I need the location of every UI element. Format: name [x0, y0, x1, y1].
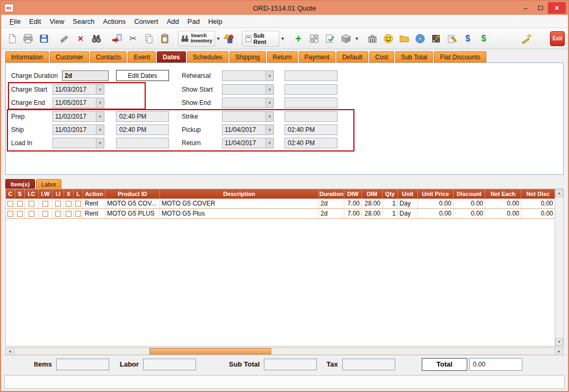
return-time-field[interactable]: 02:40 PM	[284, 138, 337, 148]
menu-convert[interactable]: Convert	[130, 16, 163, 26]
col-header-c[interactable]: C	[6, 189, 15, 199]
search-inventory-dropdown[interactable]: ▾	[216, 31, 221, 46]
rehearsal-date-combo[interactable]: ▾	[222, 70, 274, 81]
currency-exchange-button[interactable]: $	[460, 31, 475, 47]
scroll-down-arrow[interactable]: ▼	[555, 338, 563, 346]
col-header-s[interactable]: S	[15, 189, 25, 199]
row-checkbox[interactable]	[29, 211, 34, 217]
col-header-unit[interactable]: Unit	[398, 189, 418, 199]
col-header-product-id[interactable]: Product ID	[105, 189, 160, 199]
package-button[interactable]	[339, 31, 353, 47]
menu-view[interactable]: View	[45, 16, 68, 26]
horizontal-scrollbar[interactable]: ◄ ►	[5, 348, 564, 355]
col-header-action[interactable]: Action	[83, 189, 105, 199]
load-in-date-combo[interactable]: ▾	[52, 138, 104, 148]
row-checkbox[interactable]	[17, 201, 23, 207]
sub-rent-dropdown[interactable]: ▾	[280, 31, 286, 46]
col-header-qty[interactable]: Qty	[383, 189, 398, 199]
table-row[interactable]: Rent MOTO G5 PLUS MOTO G5 Plus 2d 7.00 2…	[6, 209, 555, 219]
delete-button[interactable]: ×	[73, 31, 88, 47]
configurator-button[interactable]	[429, 31, 443, 47]
chevron-down-icon[interactable]: ▾	[96, 125, 104, 135]
row-checkbox[interactable]	[29, 201, 34, 207]
row-checkbox[interactable]	[55, 201, 61, 207]
chevron-down-icon[interactable]: ▾	[96, 138, 104, 148]
chevron-down-icon[interactable]: ▾	[265, 98, 273, 108]
close-button[interactable]: ×	[548, 2, 566, 14]
charge-duration-field[interactable]: 2d	[62, 70, 109, 81]
vertical-scroll-track[interactable]	[555, 197, 563, 338]
tab-payment[interactable]: Payment	[299, 51, 335, 63]
pricing-button[interactable]: $	[476, 31, 491, 47]
exit-button[interactable]: Exit	[550, 31, 565, 46]
scroll-left-arrow[interactable]: ◄	[6, 348, 14, 354]
table-row[interactable]: Rent MOTO G5 COV... MOTO G5 COVER 2d 7.0…	[6, 199, 555, 209]
prep-date-combo[interactable]: 11/02/2017▾	[52, 111, 104, 122]
menu-edit[interactable]: Edit	[25, 16, 45, 26]
notes-button[interactable]	[444, 31, 459, 47]
tab-sub-total[interactable]: Sub Total	[395, 51, 433, 63]
menu-pad[interactable]: Pad	[183, 16, 204, 26]
strike-time-field[interactable]	[284, 111, 337, 122]
col-header-discount[interactable]: Discount	[454, 189, 485, 199]
col-header-net-disc[interactable]: Net Disc	[521, 189, 555, 199]
return-date-combo[interactable]: 11/04/2017▾	[222, 138, 274, 148]
find-button[interactable]	[89, 31, 104, 47]
history-button[interactable]	[397, 31, 412, 47]
search-inventory-button[interactable]: SearchInventory	[178, 31, 215, 47]
col-header-ii[interactable]: I.I	[52, 189, 64, 199]
copy-button[interactable]	[141, 31, 156, 47]
row-checkbox[interactable]	[55, 211, 61, 217]
col-header-x[interactable]: X	[64, 189, 74, 199]
sub-rent-button[interactable]: Sub Rent	[242, 31, 279, 47]
row-checkbox[interactable]	[66, 211, 72, 217]
shapes-button[interactable]	[221, 31, 236, 47]
row-checkbox[interactable]	[42, 201, 48, 207]
tab-shipping[interactable]: Shipping	[229, 51, 266, 63]
scroll-right-arrow[interactable]: ►	[555, 348, 563, 354]
tab-return[interactable]: Return	[267, 51, 298, 63]
scroll-up-arrow[interactable]: ▲	[555, 189, 563, 197]
vertical-scrollbar[interactable]: ▲ ▼	[555, 189, 563, 346]
cut-button[interactable]: ✂	[126, 31, 140, 47]
col-header-dim[interactable]: DIM	[362, 189, 383, 199]
tab-event[interactable]: Event	[128, 51, 156, 63]
group-items-button[interactable]	[307, 31, 322, 47]
chevron-down-icon[interactable]: ▾	[265, 71, 273, 81]
add-item-button[interactable]: +	[291, 31, 306, 47]
col-header-duration[interactable]: Duration	[319, 189, 344, 199]
row-checkbox[interactable]	[42, 211, 48, 217]
new-button[interactable]	[5, 31, 20, 47]
col-header-l[interactable]: L	[74, 189, 83, 199]
row-checkbox[interactable]	[75, 211, 81, 217]
tab-cost[interactable]: Cost	[369, 51, 394, 63]
row-checkbox[interactable]	[7, 211, 13, 217]
tab-information[interactable]: Information	[5, 51, 49, 63]
col-header-ic[interactable]: I.C	[25, 189, 39, 199]
chevron-down-icon[interactable]: ▾	[265, 112, 273, 121]
horizontal-scroll-thumb[interactable]	[149, 348, 271, 354]
company-button[interactable]	[365, 31, 380, 47]
row-checkbox[interactable]	[75, 201, 81, 207]
package-dropdown[interactable]: ▾	[354, 31, 360, 46]
tab-items[interactable]: Item(s)	[5, 179, 35, 189]
menu-file[interactable]: File	[5, 16, 25, 26]
chevron-down-icon[interactable]: ▾	[96, 98, 104, 108]
ship-time-field[interactable]: 02:40 PM	[116, 124, 169, 135]
edit-button[interactable]	[57, 31, 72, 47]
media-button[interactable]	[413, 31, 428, 47]
chevron-down-icon[interactable]: ▾	[96, 85, 104, 94]
col-header-diw[interactable]: DIW	[344, 189, 362, 199]
pickup-time-field[interactable]: 02:40 PM	[284, 124, 337, 135]
pickup-date-combo[interactable]: 11/04/2017▾	[222, 124, 274, 135]
row-checkbox[interactable]	[66, 201, 72, 207]
print-button[interactable]	[21, 31, 35, 47]
tab-customer[interactable]: Customer	[50, 51, 89, 63]
contact-button[interactable]	[381, 31, 396, 47]
menu-help[interactable]: Help	[204, 16, 227, 26]
rehearsal-time-field[interactable]	[284, 70, 337, 81]
tab-dates[interactable]: Dates	[157, 51, 186, 63]
show-end-time-field[interactable]	[284, 97, 337, 108]
load-in-time-field[interactable]	[116, 138, 169, 148]
menu-add[interactable]: Add	[163, 16, 183, 26]
